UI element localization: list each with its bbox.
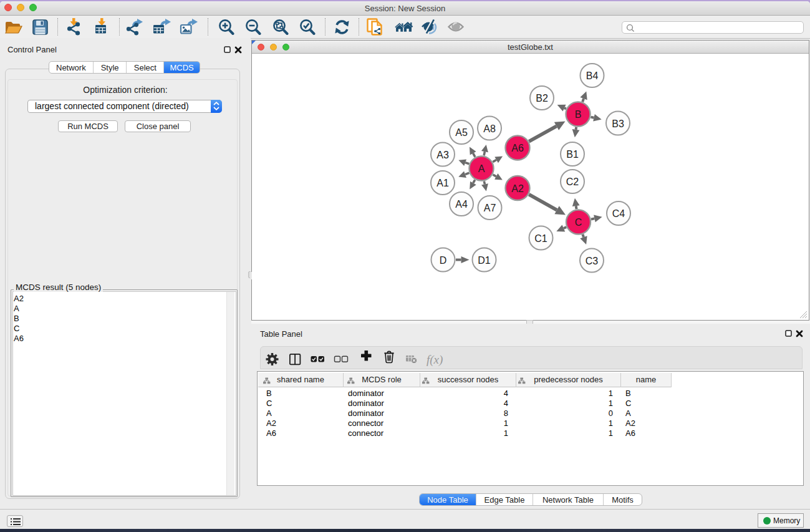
svg-text:A3: A3 [436, 150, 449, 160]
svg-text:A8: A8 [483, 123, 496, 134]
svg-text:A5: A5 [455, 127, 468, 138]
svg-text:C3: C3 [586, 256, 599, 266]
svg-text:C4: C4 [612, 208, 625, 219]
svg-text:B1: B1 [566, 149, 579, 160]
svg-text:C2: C2 [566, 177, 579, 187]
svg-text:C1: C1 [534, 233, 547, 244]
svg-text:A1: A1 [436, 178, 449, 188]
svg-text:B4: B4 [586, 70, 599, 81]
svg-text:D1: D1 [478, 255, 491, 266]
svg-text:A4: A4 [455, 199, 468, 210]
svg-text:A2: A2 [511, 183, 524, 194]
svg-text:B3: B3 [612, 118, 624, 129]
svg-text:A6: A6 [511, 143, 524, 153]
svg-text:C: C [575, 217, 582, 228]
svg-text:D: D [440, 255, 447, 266]
svg-text:B: B [575, 109, 582, 120]
svg-text:A7: A7 [484, 203, 496, 213]
svg-text:f(x): f(x) [427, 353, 443, 367]
svg-text:A: A [478, 163, 485, 174]
svg-text:B2: B2 [536, 93, 548, 104]
